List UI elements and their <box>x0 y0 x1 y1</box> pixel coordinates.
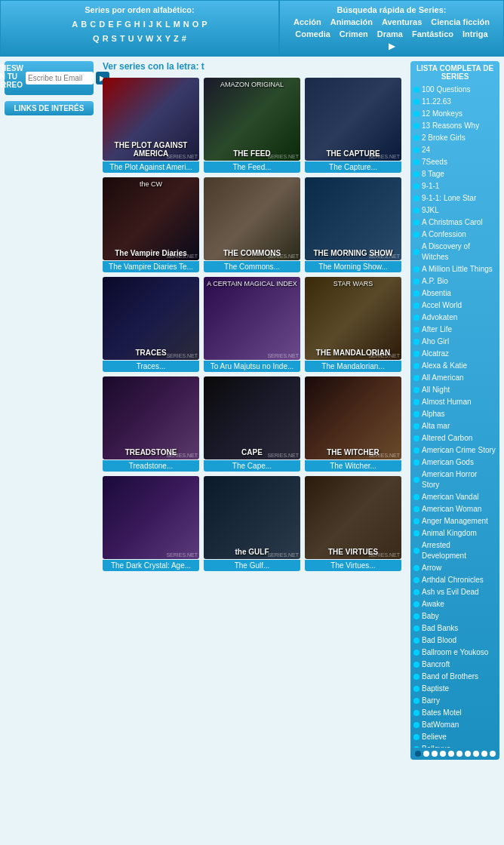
series-item[interactable]: TREADSTONESERIES.NETTreadstone... <box>103 376 199 472</box>
genre-link[interactable]: Intriga <box>463 29 488 38</box>
pagination-dot[interactable] <box>423 751 429 757</box>
series-link[interactable]: Alta mar <box>422 421 450 432</box>
letter-link[interactable]: B <box>81 20 87 29</box>
list-item[interactable]: A.P. Bio <box>413 275 496 287</box>
series-link[interactable]: A.P. Bio <box>422 276 448 287</box>
list-item[interactable]: 2 Broke Girls <box>413 132 496 144</box>
series-item[interactable]: A CERTAIN MAGICAL INDEXSERIES.NETTo Aru … <box>204 277 300 372</box>
series-link[interactable]: All Night <box>422 385 450 395</box>
series-item[interactable]: the GULFSERIES.NETThe Gulf... <box>204 476 300 571</box>
letter-link[interactable]: G <box>124 20 131 29</box>
list-item[interactable]: Bellevue <box>413 743 496 748</box>
list-item[interactable]: A Discovery of Witches <box>413 241 496 263</box>
list-item[interactable]: Altered Carbon <box>413 432 496 444</box>
list-item[interactable]: A Confession <box>413 229 496 241</box>
genre-link[interactable]: Drama <box>377 29 403 38</box>
series-link[interactable]: A Christmas Carol <box>422 217 483 228</box>
alphabet-letters[interactable]: ABCDEFGHIJKLMNOP QRSTUVWXYZ# <box>8 17 271 46</box>
series-item[interactable]: STAR WARSTHE MANDALORIANSERIES.NETThe Ma… <box>305 277 401 372</box>
series-item[interactable]: THE MORNING SHOWSERIES.NETThe Morning Sh… <box>305 177 401 272</box>
series-link[interactable]: American Gods <box>422 457 474 468</box>
list-item[interactable]: 13 Reasons Why <box>413 120 496 132</box>
series-link[interactable]: 11.22.63 <box>422 97 451 107</box>
series-link[interactable]: Arrested Development <box>422 540 496 561</box>
letters-row1[interactable]: ABCDEFGHIJKLMNOP <box>8 17 271 32</box>
series-item[interactable]: THE PLOT AGAINST AMERICASERIES.NETThe Pl… <box>103 78 199 173</box>
list-item[interactable]: Baptiste <box>413 683 496 695</box>
list-item[interactable]: 9-1-1 <box>413 180 496 192</box>
series-link[interactable]: Baptiste <box>422 684 449 694</box>
list-item[interactable]: 8 Tage <box>413 168 496 180</box>
genre-link[interactable]: ▶ <box>389 41 395 51</box>
series-item[interactable]: AMAZON ORIGINALTHE FEEDSERIES.NETThe Fee… <box>204 78 300 173</box>
series-link[interactable]: American Crime Story <box>422 445 496 456</box>
series-item[interactable]: THE VIRTUESSERIES.NETThe Virtues... <box>305 476 401 571</box>
series-link[interactable]: Accel World <box>422 300 462 311</box>
list-item[interactable]: 9JKL <box>413 204 496 217</box>
series-link[interactable]: Arthdal Chronicles <box>422 575 484 585</box>
list-item[interactable]: 100 Questions <box>413 84 496 96</box>
list-item[interactable]: Arrested Development <box>413 539 496 562</box>
series-link[interactable]: Arrow <box>422 563 441 573</box>
letter-link[interactable]: # <box>182 34 186 43</box>
letter-link[interactable]: Q <box>93 34 100 43</box>
series-link[interactable]: 9-1-1: Lone Star <box>422 193 476 204</box>
letter-link[interactable]: X <box>156 34 161 43</box>
series-link[interactable]: Believe <box>422 732 447 742</box>
letter-link[interactable]: L <box>165 20 171 29</box>
letter-link[interactable]: K <box>156 20 162 29</box>
series-link[interactable]: All American <box>422 373 464 383</box>
series-link[interactable]: A Discovery of Witches <box>422 241 496 263</box>
series-link[interactable]: BatWoman <box>422 720 459 730</box>
letter-link[interactable]: P <box>201 20 207 29</box>
series-link[interactable]: Bates Motel <box>422 708 462 718</box>
series-item[interactable]: THE WITCHERSERIES.NETThe Witcher... <box>305 376 401 472</box>
pagination-dots[interactable] <box>413 751 496 757</box>
series-link[interactable]: Anger Management <box>422 516 488 527</box>
list-item[interactable]: Aho Girl <box>413 336 496 348</box>
series-item[interactable]: TRACESSERIES.NETTraces... <box>103 277 199 372</box>
list-item[interactable]: A Million Little Things <box>413 263 496 275</box>
list-item[interactable]: After Life <box>413 324 496 336</box>
list-item[interactable]: 11.22.63 <box>413 96 496 108</box>
list-item[interactable]: Ash vs Evil Dead <box>413 586 496 598</box>
series-link[interactable]: American Horror Story <box>422 469 496 490</box>
series-link[interactable]: Alexa & Katie <box>422 361 467 371</box>
list-item[interactable]: Arrow <box>413 562 496 574</box>
series-link[interactable]: Alcatraz <box>422 349 449 359</box>
letter-link[interactable]: R <box>103 34 109 43</box>
list-item[interactable]: Believe <box>413 731 496 743</box>
series-link[interactable]: Bancroft <box>422 659 450 670</box>
letter-link[interactable]: Y <box>165 34 171 43</box>
letters-row2[interactable]: QRSTUVWXYZ# <box>8 32 271 46</box>
list-item[interactable]: Bad Blood <box>413 635 496 647</box>
series-link[interactable]: Bad Banks <box>422 623 458 634</box>
series-item[interactable]: THE COMMONSSERIES.NETThe Commons... <box>204 177 300 272</box>
letter-link[interactable]: H <box>134 20 140 29</box>
series-link[interactable]: Barry <box>422 696 440 706</box>
series-link[interactable]: Almost Human <box>422 397 472 407</box>
series-link[interactable]: Altered Carbon <box>422 433 472 444</box>
pagination-dot[interactable] <box>415 751 421 757</box>
genre-link[interactable]: Ciencia ficción <box>431 17 490 26</box>
series-link[interactable]: 100 Questions <box>422 84 471 95</box>
series-link[interactable]: Baby <box>422 611 439 622</box>
series-link[interactable]: Absentia <box>422 288 451 299</box>
list-item[interactable]: Awake <box>413 598 496 610</box>
series-link[interactable]: Awake <box>422 599 444 610</box>
list-item[interactable]: Anger Management <box>413 515 496 527</box>
list-item[interactable]: American Crime Story <box>413 444 496 456</box>
list-item[interactable]: Alphas <box>413 408 496 420</box>
list-item[interactable]: Accel World <box>413 300 496 312</box>
list-item[interactable]: All Night <box>413 384 496 396</box>
pagination-dot[interactable] <box>456 751 463 757</box>
letter-link[interactable]: C <box>90 20 96 29</box>
list-item[interactable]: Barry <box>413 695 496 707</box>
genre-link[interactable]: Animación <box>330 17 373 26</box>
list-item[interactable]: BatWoman <box>413 719 496 731</box>
letter-link[interactable]: F <box>117 20 122 29</box>
list-item[interactable]: All American <box>413 372 496 384</box>
series-item[interactable]: SERIES.NETThe Dark Crystal: Age... <box>103 476 199 571</box>
pagination-dot[interactable] <box>465 751 471 757</box>
series-link[interactable]: 8 Tage <box>422 169 444 180</box>
